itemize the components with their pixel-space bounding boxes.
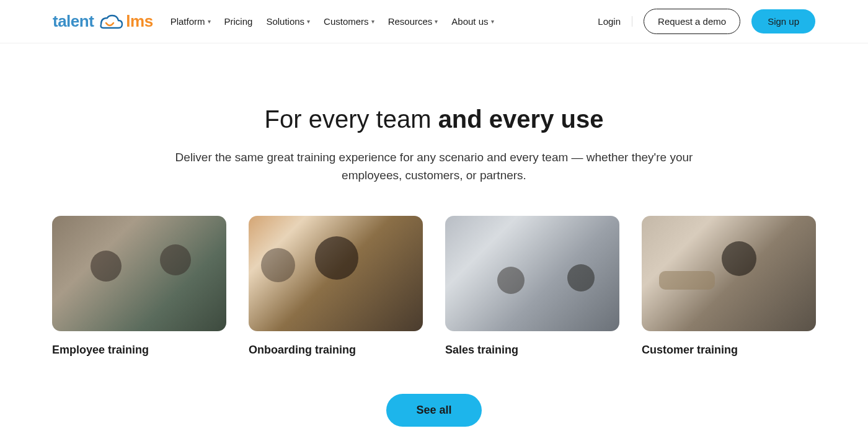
nav-customers[interactable]: Customers ▾ xyxy=(324,16,374,27)
nav-label: Resources xyxy=(388,16,433,27)
cloud-smile-icon xyxy=(95,13,125,30)
use-case-cards: Employee training Onboarding training Sa… xyxy=(52,216,816,357)
card-sales-training[interactable]: Sales training xyxy=(445,216,619,357)
nav-resources[interactable]: Resources ▾ xyxy=(388,16,438,27)
nav-about-us[interactable]: About us ▾ xyxy=(451,16,494,27)
card-title: Employee training xyxy=(52,344,226,357)
section-subtext: Deliver the same great training experien… xyxy=(149,148,719,185)
card-image xyxy=(52,216,226,331)
card-customer-training[interactable]: Customer training xyxy=(642,216,816,357)
see-all-container: See all xyxy=(52,394,816,427)
chevron-down-icon: ▾ xyxy=(371,18,374,25)
nav-platform[interactable]: Platform ▾ xyxy=(170,16,211,27)
chevron-down-icon: ▾ xyxy=(307,18,310,25)
section-headline: For every team and every use xyxy=(52,105,816,133)
card-title: Sales training xyxy=(445,344,619,357)
logo[interactable]: talent lms xyxy=(53,12,153,31)
see-all-button[interactable]: See all xyxy=(386,394,481,427)
nav-label: Customers xyxy=(324,16,369,27)
nav-label: About us xyxy=(451,16,488,27)
chevron-down-icon: ▾ xyxy=(435,18,438,25)
card-title: Onboarding training xyxy=(249,344,423,357)
card-onboarding-training[interactable]: Onboarding training xyxy=(249,216,423,357)
nav-label: Solutions xyxy=(266,16,304,27)
main-nav: Platform ▾ Pricing Solutions ▾ Customers… xyxy=(170,16,494,27)
nav-solutions[interactable]: Solutions ▾ xyxy=(266,16,310,27)
chevron-down-icon: ▾ xyxy=(491,18,494,25)
logo-text-lms: lms xyxy=(126,12,153,31)
sign-up-button[interactable]: Sign up xyxy=(751,9,815,33)
card-image xyxy=(249,216,423,331)
headline-bold: and every use xyxy=(438,105,604,133)
request-demo-button[interactable]: Request a demo xyxy=(644,9,740,34)
nav-label: Pricing xyxy=(224,16,253,27)
card-title: Customer training xyxy=(642,344,816,357)
login-link[interactable]: Login xyxy=(598,16,632,27)
header-left: talent lms Platform ▾ Pricing Solutions … xyxy=(53,12,494,31)
headline-light: For every team xyxy=(265,105,438,133)
chevron-down-icon: ▾ xyxy=(208,18,211,25)
main-content: For every team and every use Deliver the… xyxy=(52,43,816,436)
site-header: talent lms Platform ▾ Pricing Solutions … xyxy=(0,0,868,43)
card-image xyxy=(642,216,816,331)
nav-pricing[interactable]: Pricing xyxy=(224,16,253,27)
nav-label: Platform xyxy=(170,16,205,27)
card-image xyxy=(445,216,619,331)
logo-text-talent: talent xyxy=(53,12,94,31)
header-right: Login Request a demo Sign up xyxy=(598,9,815,34)
card-employee-training[interactable]: Employee training xyxy=(52,216,226,357)
